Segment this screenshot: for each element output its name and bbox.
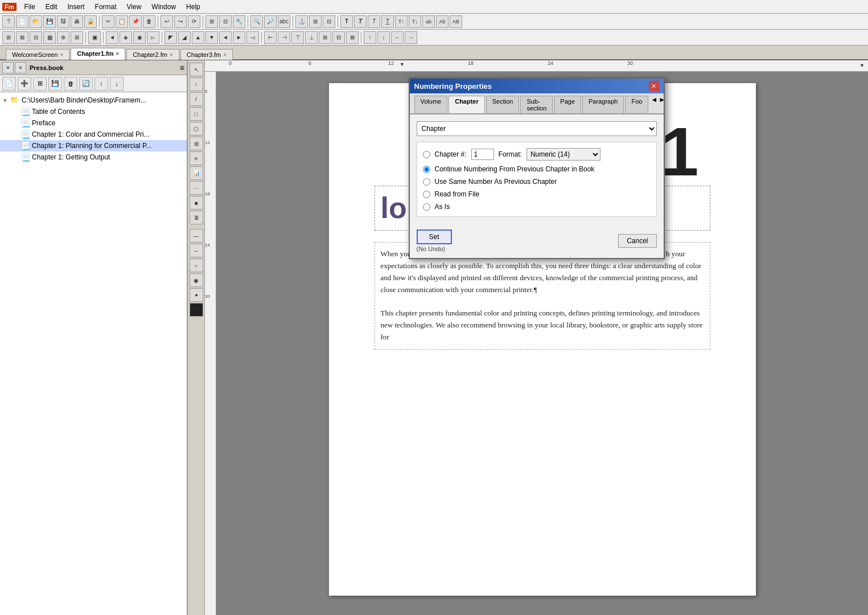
text-bold-btn[interactable]: T	[340, 15, 353, 28]
tool-select[interactable]: ↖	[190, 63, 203, 76]
align7-btn[interactable]: ⊠	[346, 31, 359, 44]
menu-window[interactable]: Window	[147, 2, 180, 12]
table2-btn[interactable]: ⊟	[323, 15, 335, 28]
sidebar-collapse-btn[interactable]: «	[2, 62, 14, 73]
tool-dash2[interactable]: --	[190, 244, 203, 257]
sidebar-collapse2-btn[interactable]: «	[15, 62, 26, 73]
text-italic2-btn[interactable]: T	[368, 15, 380, 28]
tree-toc[interactable]: 📃 Table of Contents	[0, 106, 187, 117]
tab-close-ch1[interactable]: ×	[116, 51, 120, 57]
up-btn[interactable]: ↑	[364, 31, 376, 44]
tool-rect[interactable]: □	[190, 107, 203, 121]
grid-2-btn[interactable]: ⊠	[16, 31, 28, 44]
book-new-btn[interactable]: 📄	[2, 77, 16, 91]
format-select[interactable]: Numeric (14)	[526, 148, 600, 161]
tool-nav[interactable]: ◉	[190, 273, 203, 287]
menu-view[interactable]: View	[122, 2, 146, 12]
copy-btn[interactable]: 📋	[116, 15, 128, 28]
tab-chapter3[interactable]: Chapter3.fm ×	[180, 49, 233, 60]
tool-polygon[interactable]: ⬡	[190, 122, 203, 136]
book-up-btn[interactable]: ↑	[94, 77, 108, 91]
text-underline-btn[interactable]: T	[381, 15, 394, 28]
grid-4-btn[interactable]: ▦	[43, 31, 56, 44]
lock-btn[interactable]: 🔒	[84, 15, 97, 28]
align2-btn[interactable]: ⊣	[278, 31, 290, 44]
book-down-btn[interactable]: ↓	[110, 77, 124, 91]
tools-btn[interactable]: 🔧	[233, 15, 245, 28]
tab-close-welcome[interactable]: ×	[60, 52, 64, 58]
cancel-button[interactable]: Cancel	[618, 234, 656, 248]
align1-btn[interactable]: ⊢	[264, 31, 277, 44]
tab-chapter1[interactable]: Chapter1.fm ×	[71, 48, 125, 60]
tab-welcomescreen[interactable]: WelcomeScreen ×	[6, 49, 69, 60]
grid-6-btn[interactable]: ⊞	[71, 31, 83, 44]
save-btn[interactable]: 💾	[43, 15, 56, 28]
shape1-btn[interactable]: ◤	[164, 31, 177, 44]
zoom-in-btn[interactable]: 🔍	[250, 15, 263, 28]
grid-3-btn[interactable]: ⊟	[30, 31, 42, 44]
menu-help[interactable]: Help	[182, 2, 205, 12]
cut-btn[interactable]: ✂	[102, 15, 114, 28]
paste-btn[interactable]: 📌	[129, 15, 142, 28]
book-refresh-btn[interactable]: 🔄	[79, 77, 93, 91]
book-add-btn[interactable]: ➕	[18, 77, 31, 91]
menu-edit[interactable]: Edit	[41, 2, 62, 12]
char-ab-btn[interactable]: ab	[422, 15, 435, 28]
tool-dots[interactable]: ⋯	[190, 181, 203, 195]
book-delete-btn[interactable]: 🗑	[64, 77, 77, 91]
tab-close-ch3[interactable]: ×	[223, 52, 227, 58]
tree-ch1-output[interactable]: 📃 Chapter 1: Getting Output	[0, 151, 187, 163]
print-btn[interactable]: 🖶	[71, 15, 83, 28]
subscript-btn[interactable]: T↓	[409, 15, 421, 28]
frame-btn[interactable]: ▣	[88, 31, 101, 44]
align3-btn[interactable]: ⊤	[291, 31, 304, 44]
menu-format[interactable]: Format	[90, 2, 121, 12]
continue-numbering-radio[interactable]	[423, 166, 430, 173]
nav4-btn[interactable]: ▻	[147, 31, 159, 44]
menu-insert[interactable]: Insert	[63, 2, 89, 12]
tree-ch1-color[interactable]: 📃 Chapter 1: Color and Commercial Pri...	[0, 129, 187, 140]
tool-color[interactable]	[190, 303, 203, 317]
zoom-out-btn[interactable]: 🔎	[264, 15, 277, 28]
left-btn[interactable]: ←	[391, 31, 404, 44]
tool-table[interactable]: ≡	[190, 151, 203, 165]
tool-star[interactable]: ✦	[190, 288, 203, 302]
shape7-btn[interactable]: ◅	[246, 31, 259, 44]
dialog-close-btn[interactable]: ×	[649, 81, 659, 91]
chapter-num-input[interactable]	[471, 149, 494, 160]
tab-chapter2[interactable]: Chapter2.fm ×	[126, 49, 179, 60]
undo-btn[interactable]: ↩	[161, 15, 173, 28]
snap2-btn[interactable]: ⊟	[219, 15, 232, 28]
shape3-btn[interactable]: ▲	[192, 31, 204, 44]
tool-line[interactable]: /	[190, 92, 203, 106]
align5-btn[interactable]: ⊞	[319, 31, 331, 44]
shape4-btn[interactable]: ▼	[205, 31, 218, 44]
tool-dash1[interactable]: —	[190, 229, 203, 243]
read-from-file-radio[interactable]	[423, 191, 430, 198]
book-select-btn[interactable]: ⊞	[33, 77, 47, 91]
grid-5-btn[interactable]: ⊕	[57, 31, 69, 44]
redo-btn[interactable]: ↪	[174, 15, 187, 28]
tool-paint[interactable]: ■	[190, 196, 203, 210]
tool-graph[interactable]: 📊	[190, 166, 203, 180]
same-number-radio[interactable]	[423, 178, 430, 186]
tab-scroll-right[interactable]: ►	[659, 96, 665, 113]
down-btn[interactable]: ↓	[377, 31, 390, 44]
tab-scroll-left[interactable]: ◄	[651, 96, 657, 113]
numbering-properties-dialog[interactable]: Numbering Properties × Volume Chapter Se…	[409, 77, 665, 259]
dialog-tab-volume[interactable]: Volume	[414, 96, 448, 113]
sidebar-menu-btn[interactable]: ≡	[180, 63, 184, 72]
tree-preface[interactable]: 📃 Preface	[0, 117, 187, 129]
dialog-tab-paragraph[interactable]: Paragraph	[582, 96, 624, 113]
tree-root[interactable]: ▼ 📁 C:\Users\Barb Binder\Desktop\Framem.…	[0, 95, 187, 106]
new-btn[interactable]: 📄	[16, 15, 28, 28]
tool-list[interactable]: ≣	[190, 211, 203, 224]
shape2-btn[interactable]: ◢	[178, 31, 191, 44]
chapter-num-radio[interactable]	[423, 151, 430, 158]
spell-btn[interactable]: abc	[278, 15, 290, 28]
anchor-btn[interactable]: ⚓	[295, 15, 308, 28]
dialog-tab-page[interactable]: Page	[554, 96, 581, 113]
dialog-tab-subsection[interactable]: Sub-section	[520, 96, 553, 113]
grid-1-btn[interactable]: ⊞	[2, 31, 15, 44]
menu-file[interactable]: File	[20, 2, 40, 12]
